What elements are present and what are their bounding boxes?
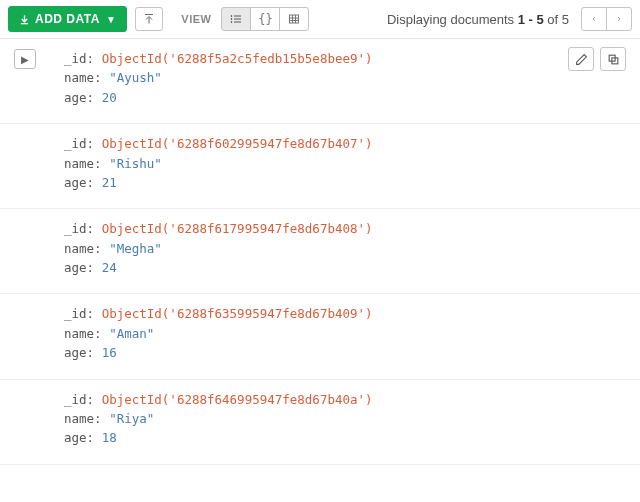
status-text: Displaying documents 1 - 5 of 5: [387, 12, 569, 27]
import-button[interactable]: [135, 7, 163, 31]
field-value-age: 21: [102, 175, 117, 190]
field-key-age: age: [64, 430, 87, 445]
field-value-name: "Riya": [109, 411, 154, 426]
field-key-name: name: [64, 411, 94, 426]
status-prefix: Displaying documents: [387, 12, 518, 27]
document-row: _id: ObjectId('6288f617995947fe8d67b408'…: [0, 209, 640, 294]
field-key-name: name: [64, 70, 94, 85]
status-mid: of: [544, 12, 562, 27]
field-key-id: _id: [64, 392, 87, 407]
svg-point-3: [231, 16, 232, 17]
field-key-name: name: [64, 326, 94, 341]
status-total: 5: [562, 12, 569, 27]
field-value-age: 16: [102, 345, 117, 360]
copy-button[interactable]: [600, 47, 626, 71]
view-table-button[interactable]: [279, 7, 309, 31]
upload-icon: [143, 13, 155, 25]
field-key-id: _id: [64, 51, 87, 66]
toolbar: ADD DATA ▼ VIEW {} Displaying documents …: [0, 0, 640, 39]
svg-point-4: [231, 19, 232, 20]
field-key-age: age: [64, 90, 87, 105]
svg-point-5: [231, 22, 232, 23]
braces-icon: {}: [258, 12, 272, 26]
add-data-button[interactable]: ADD DATA ▼: [8, 6, 127, 32]
field-value-id: ObjectId('6288f617995947fe8d67b408'): [102, 221, 373, 236]
field-key-id: _id: [64, 136, 87, 151]
document-list: ▶ _id: ObjectId('6288f5a2c5fedb15b5e8bee…: [0, 39, 640, 465]
caret-right-icon: ▶: [21, 54, 29, 65]
document-fields: _id: ObjectId('6288f602995947fe8d67b407'…: [64, 134, 626, 192]
field-value-age: 24: [102, 260, 117, 275]
field-key-age: age: [64, 175, 87, 190]
caret-down-icon: ▼: [106, 14, 116, 25]
next-page-button[interactable]: [606, 7, 632, 31]
field-value-name: "Megha": [109, 241, 162, 256]
list-icon: [229, 13, 243, 25]
field-value-id: ObjectId('6288f646995947fe8d67b40a'): [102, 392, 373, 407]
field-value-id: ObjectId('6288f635995947fe8d67b409'): [102, 306, 373, 321]
add-data-label: ADD DATA: [35, 12, 100, 26]
field-key-id: _id: [64, 306, 87, 321]
prev-page-button[interactable]: [581, 7, 607, 31]
document-fields: _id: ObjectId('6288f646995947fe8d67b40a'…: [64, 390, 626, 448]
document-row: _id: ObjectId('6288f646995947fe8d67b40a'…: [0, 380, 640, 465]
svg-rect-6: [290, 15, 299, 23]
pager: [581, 7, 632, 31]
chevron-right-icon: [615, 14, 623, 24]
field-value-name: "Ayush": [109, 70, 162, 85]
field-value-id: ObjectId('6288f5a2c5fedb15b5e8bee9'): [102, 51, 373, 66]
document-fields: _id: ObjectId('6288f635995947fe8d67b409'…: [64, 304, 626, 362]
document-fields: _id: ObjectId('6288f617995947fe8d67b408'…: [64, 219, 626, 277]
status-range: 1 - 5: [518, 12, 544, 27]
document-row: _id: ObjectId('6288f602995947fe8d67b407'…: [0, 124, 640, 209]
view-json-button[interactable]: {}: [250, 7, 280, 31]
field-key-age: age: [64, 345, 87, 360]
expand-button[interactable]: ▶: [14, 49, 36, 69]
field-key-id: _id: [64, 221, 87, 236]
field-value-id: ObjectId('6288f602995947fe8d67b407'): [102, 136, 373, 151]
chevron-left-icon: [590, 14, 598, 24]
field-value-age: 20: [102, 90, 117, 105]
document-row: ▶ _id: ObjectId('6288f5a2c5fedb15b5e8bee…: [0, 39, 640, 124]
edit-button[interactable]: [568, 47, 594, 71]
copy-icon: [607, 53, 620, 66]
field-value-name: "Rishu": [109, 156, 162, 171]
field-key-name: name: [64, 156, 94, 171]
table-icon: [287, 13, 301, 25]
download-icon: [19, 14, 30, 25]
view-label: VIEW: [181, 13, 211, 25]
view-mode-group: {}: [221, 7, 309, 31]
document-fields: _id: ObjectId('6288f5a2c5fedb15b5e8bee9'…: [64, 49, 626, 107]
view-list-button[interactable]: [221, 7, 251, 31]
field-value-name: "Aman": [109, 326, 154, 341]
field-value-age: 18: [102, 430, 117, 445]
field-key-age: age: [64, 260, 87, 275]
document-row: _id: ObjectId('6288f635995947fe8d67b409'…: [0, 294, 640, 379]
field-key-name: name: [64, 241, 94, 256]
pencil-icon: [575, 53, 588, 66]
